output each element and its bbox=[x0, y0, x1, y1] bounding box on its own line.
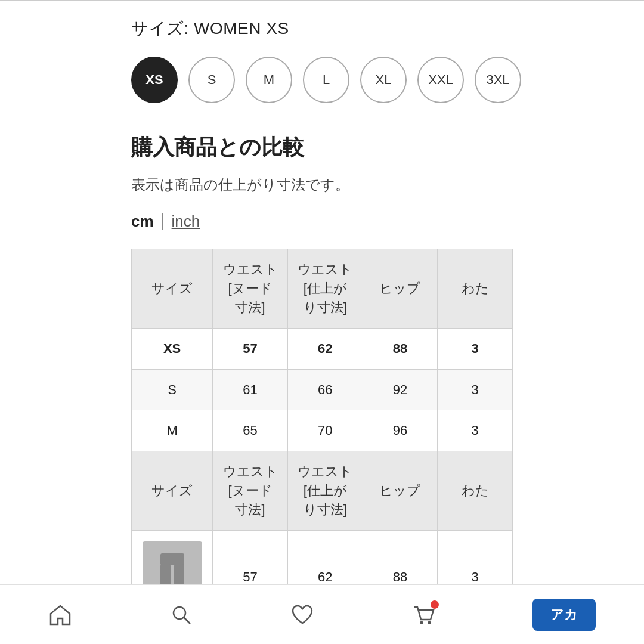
table-outer: サイズ ウエスト[ヌード寸法] ウエスト[仕上がり寸法] ヒップ わた XS 5… bbox=[0, 249, 644, 624]
th-size-1: サイズ bbox=[132, 249, 213, 329]
unit-selector: cm inch bbox=[0, 212, 644, 231]
th-hip-1: ヒップ bbox=[363, 249, 438, 329]
th-size-2: サイズ bbox=[132, 451, 213, 531]
comparison-subtitle: 表示は商品の仕上がり寸法です。 bbox=[0, 175, 644, 194]
unit-inch-label[interactable]: inch bbox=[172, 212, 200, 231]
nav-cart[interactable] bbox=[411, 603, 435, 627]
cell-hip-s: 92 bbox=[363, 369, 438, 410]
size-btn-xxl[interactable]: XXL bbox=[417, 57, 464, 103]
table-row-m: M 65 70 96 3 bbox=[132, 410, 513, 451]
cell-waist-nude-m: 65 bbox=[213, 410, 288, 451]
nav-account-button[interactable]: アカ bbox=[532, 599, 596, 631]
account-icon: アカ bbox=[550, 607, 578, 622]
svg-rect-0 bbox=[160, 553, 184, 565]
home-icon bbox=[48, 603, 72, 627]
search-icon bbox=[169, 603, 193, 627]
unit-divider bbox=[162, 213, 163, 230]
th-waist-nude-2: ウエスト[ヌード寸法] bbox=[213, 451, 288, 531]
size-btn-xs[interactable]: XS bbox=[131, 57, 178, 103]
cell-waist-nude-xs: 57 bbox=[213, 328, 288, 369]
cell-size-xs: XS bbox=[132, 328, 213, 369]
unit-cm-label[interactable]: cm bbox=[131, 212, 154, 231]
nav-heart[interactable] bbox=[290, 603, 314, 627]
table-header-2-row: サイズ ウエスト[ヌード寸法] ウエスト[仕上がり寸法] ヒップ わた bbox=[132, 451, 513, 531]
table-row-s: S 61 66 92 3 bbox=[132, 369, 513, 410]
th-hip-2: ヒップ bbox=[363, 451, 438, 531]
cell-other-s: 3 bbox=[438, 369, 513, 410]
nav-search[interactable] bbox=[169, 603, 193, 627]
page-container: サイズ: WOMEN XS XS S M L XL XXL 3XL 購入商品との… bbox=[0, 0, 644, 644]
th-waist-finished-1: ウエスト[仕上がり寸法] bbox=[287, 249, 363, 329]
cell-other-xs: 3 bbox=[438, 328, 513, 369]
cell-waist-finished-xs: 62 bbox=[287, 328, 363, 369]
th-other-1: わた bbox=[438, 249, 513, 329]
th-waist-nude-1: ウエスト[ヌード寸法] bbox=[213, 249, 288, 329]
size-btn-xl[interactable]: XL bbox=[360, 57, 407, 103]
table-body: XS 57 62 88 3 S 61 66 92 3 M 65 bbox=[132, 328, 513, 451]
cart-badge bbox=[431, 600, 439, 609]
cell-hip-xs: 88 bbox=[363, 328, 438, 369]
cell-waist-nude-s: 61 bbox=[213, 369, 288, 410]
svg-point-7 bbox=[428, 621, 431, 624]
cell-other-m: 3 bbox=[438, 410, 513, 451]
svg-point-6 bbox=[420, 621, 423, 624]
heart-icon bbox=[290, 603, 314, 627]
table-row-xs: XS 57 62 88 3 bbox=[132, 328, 513, 369]
svg-line-5 bbox=[184, 617, 190, 624]
cell-waist-finished-s: 66 bbox=[287, 369, 363, 410]
size-label: サイズ: WOMEN XS bbox=[0, 17, 644, 40]
bottom-nav: アカ bbox=[0, 584, 644, 644]
top-divider bbox=[0, 0, 644, 1]
nav-home[interactable] bbox=[48, 603, 72, 627]
comparison-title: 購入商品との比較 bbox=[0, 133, 644, 162]
svg-marker-3 bbox=[51, 606, 70, 624]
size-btn-3xl[interactable]: 3XL bbox=[475, 57, 521, 103]
th-waist-finished-2: ウエスト[仕上がり寸法] bbox=[287, 451, 363, 531]
size-btn-l[interactable]: L bbox=[303, 57, 349, 103]
cell-hip-m: 96 bbox=[363, 410, 438, 451]
th-other-2: わた bbox=[438, 451, 513, 531]
size-buttons-row: XS S M L XL XXL 3XL bbox=[0, 57, 644, 103]
size-table: サイズ ウエスト[ヌード寸法] ウエスト[仕上がり寸法] ヒップ わた XS 5… bbox=[131, 249, 513, 624]
cell-waist-finished-m: 70 bbox=[287, 410, 363, 451]
size-btn-m[interactable]: M bbox=[246, 57, 292, 103]
table-header-1: サイズ ウエスト[ヌード寸法] ウエスト[仕上がり寸法] ヒップ わた bbox=[132, 249, 513, 329]
cell-size-s: S bbox=[132, 369, 213, 410]
cell-size-m: M bbox=[132, 410, 213, 451]
size-btn-s[interactable]: S bbox=[188, 57, 235, 103]
